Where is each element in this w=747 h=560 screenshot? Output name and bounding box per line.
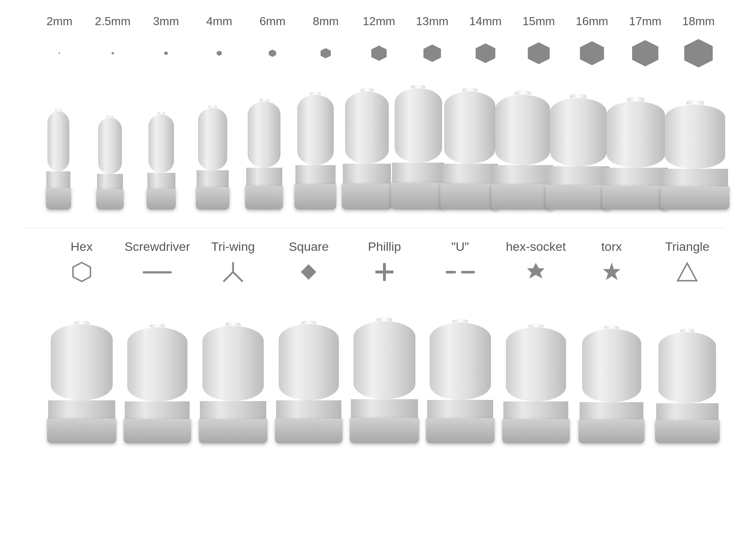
hex-icon-cell-5 xyxy=(299,48,352,58)
hex-icon-cell-3 xyxy=(193,51,246,56)
bottom-tool-base-0 xyxy=(47,419,116,443)
bottom-tool-render-1 xyxy=(127,324,187,443)
top-tool-shaft-11 xyxy=(607,101,665,168)
top-tool-mid-7 xyxy=(392,163,444,183)
bit-icon-cell-8 xyxy=(650,261,725,283)
size-label-6mm: 6mm xyxy=(246,15,299,28)
top-tool-mid-10 xyxy=(547,166,609,185)
top-tool-base-2 xyxy=(147,188,176,210)
bottom-tool-cell-5 xyxy=(422,319,498,443)
size-label-18mm: 18mm xyxy=(672,15,725,28)
bottom-tool-nub-3 xyxy=(301,320,316,324)
bottom-tool-shaft-1 xyxy=(127,327,187,402)
bottom-tool-render-4 xyxy=(353,317,415,443)
bottom-tool-nub-7 xyxy=(604,325,619,329)
top-tool-render-11 xyxy=(607,97,665,210)
type-label-2: Tri-wing xyxy=(195,240,271,254)
top-tool-nub-0 xyxy=(55,108,62,111)
hex-shape-5 xyxy=(321,48,331,58)
type-label-6: hex-socket xyxy=(498,240,574,254)
hex-icon-cell-10 xyxy=(565,41,619,65)
top-tool-render-6 xyxy=(345,88,389,210)
hex-icon-cell-2 xyxy=(139,51,193,55)
bottom-tool-shaft-8 xyxy=(658,332,716,403)
bottom-tool-cell-2 xyxy=(195,322,271,443)
bit-icon-cell-2 xyxy=(195,261,271,283)
type-label-8: Triangle xyxy=(650,240,725,254)
bottom-tool-shaft-3 xyxy=(279,324,339,400)
bottom-tool-render-0 xyxy=(51,320,113,443)
bottom-tool-mid-0 xyxy=(48,400,115,418)
bottom-tool-cell-0 xyxy=(44,320,120,443)
top-tool-render-2 xyxy=(148,112,174,210)
size-label-2mm: 2mm xyxy=(33,15,86,28)
top-tool-render-10 xyxy=(550,94,607,210)
size-label-17mm: 17mm xyxy=(619,15,672,28)
bottom-tool-cell-7 xyxy=(574,325,650,443)
hex-shape-1 xyxy=(112,52,114,55)
bit-icon-cell-1 xyxy=(120,269,196,275)
bit-icon-cell-3 xyxy=(271,263,347,281)
top-tool-mid-9 xyxy=(493,165,553,184)
bit-icon-cell-0 xyxy=(44,261,120,283)
top-tool-base-3 xyxy=(196,187,229,210)
svg-rect-1 xyxy=(143,271,172,273)
hex-icon-cell-0 xyxy=(33,52,86,54)
top-tool-mid-2 xyxy=(147,173,175,189)
top-tool-mid-0 xyxy=(46,171,70,188)
bottom-tool-base-3 xyxy=(275,419,342,443)
top-tool-nub-9 xyxy=(515,90,531,95)
top-tool-render-4 xyxy=(248,98,280,210)
hex-shape-12 xyxy=(684,39,713,67)
svg-marker-12 xyxy=(678,263,697,281)
hex-icon-cell-7 xyxy=(406,44,459,62)
hex-shape-10 xyxy=(580,41,604,65)
bit-icon-8 xyxy=(676,261,698,283)
bit-icon-3 xyxy=(299,263,318,281)
top-tool-nub-12 xyxy=(686,100,704,105)
top-tool-nub-3 xyxy=(208,105,217,108)
top-tool-mid-12 xyxy=(662,169,728,186)
type-label-1: Screwdriver xyxy=(120,240,196,254)
top-tool-render-1 xyxy=(98,115,122,210)
bit-icon-cell-5 xyxy=(422,268,498,276)
top-tool-base-8 xyxy=(440,183,499,210)
hex-icons-row xyxy=(22,39,725,67)
bit-icon-4 xyxy=(374,261,395,283)
svg-line-4 xyxy=(233,272,242,281)
bottom-tool-cell-1 xyxy=(120,324,196,443)
top-tool-cell-3 xyxy=(187,105,239,210)
bottom-tool-shaft-6 xyxy=(506,327,566,402)
bit-icon-cell-7 xyxy=(574,261,650,283)
top-tool-mid-11 xyxy=(604,168,668,186)
size-label-8mm: 8mm xyxy=(299,15,352,28)
size-label-12mm: 12mm xyxy=(352,15,406,28)
top-tool-base-10 xyxy=(546,185,611,210)
size-label-14mm: 14mm xyxy=(459,15,512,28)
top-tool-cell-1 xyxy=(84,115,136,210)
bottom-tool-mid-5 xyxy=(427,400,493,418)
bit-icons-row xyxy=(22,261,725,283)
top-tool-nub-5 xyxy=(310,92,321,95)
bottom-tool-render-6 xyxy=(506,324,566,443)
bottom-tool-nub-5 xyxy=(453,319,468,323)
bottom-tool-shaft-2 xyxy=(202,326,264,401)
bottom-tool-mid-4 xyxy=(351,399,418,418)
page: 2mm2.5mm3mm4mm6mm8mm12mm13mm14mm15mm16mm… xyxy=(0,0,747,560)
bottom-tool-cell-8 xyxy=(650,328,725,443)
hex-icon-cell-1 xyxy=(86,52,139,55)
top-tool-shaft-10 xyxy=(550,98,607,166)
top-tool-base-0 xyxy=(46,188,71,210)
svg-marker-10 xyxy=(527,263,545,279)
top-tool-shaft-6 xyxy=(345,92,389,164)
bottom-tool-cell-4 xyxy=(347,317,422,443)
bottom-tool-mid-2 xyxy=(200,401,266,419)
svg-marker-11 xyxy=(603,262,620,280)
bottom-tool-base-1 xyxy=(124,419,191,443)
top-tool-mid-1 xyxy=(97,174,123,189)
bottom-tool-nub-1 xyxy=(150,324,165,327)
bottom-tool-base-7 xyxy=(578,419,645,443)
size-label-16mm: 16mm xyxy=(565,15,619,28)
bottom-tool-shaft-4 xyxy=(353,321,415,400)
bottom-tool-render-5 xyxy=(430,319,491,443)
